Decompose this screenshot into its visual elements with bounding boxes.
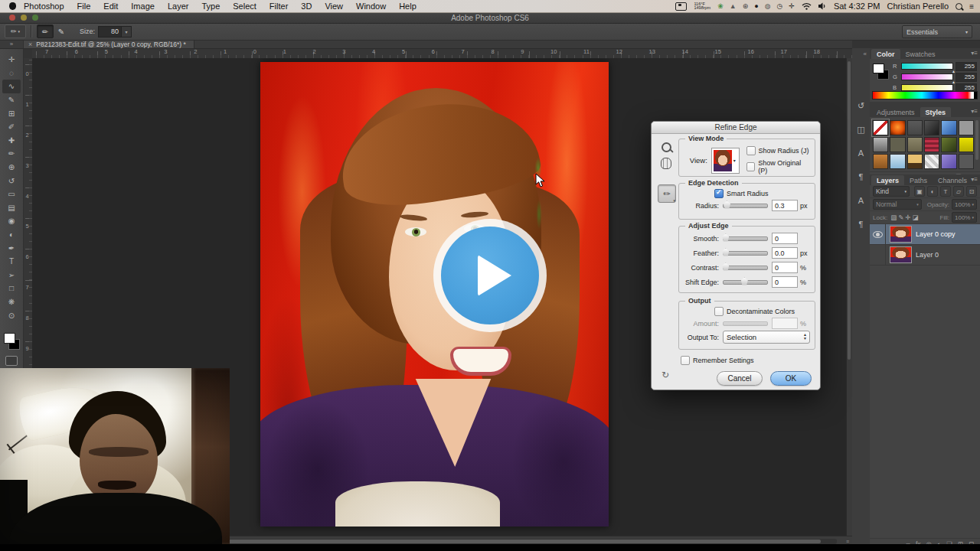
style-light-blue[interactable] [890,154,905,169]
clock-text[interactable]: Sat 4:32 PM [834,2,880,11]
panel-menu-icon[interactable]: ▾≡ [971,108,978,115]
brush-tool[interactable]: ✏ [2,147,21,161]
color-spectrum-ramp[interactable] [872,91,978,99]
dialog-title-bar[interactable]: Refine Edge [652,122,820,134]
menumeters-icon[interactable]: ❀ [717,3,724,10]
lock-pixels-icon[interactable]: ✎ [898,214,903,221]
hand-tool-icon[interactable] [661,158,671,169]
channel-slider[interactable]: ▴ [901,63,953,70]
record-dot-icon[interactable]: ● [754,3,758,10]
style-dark-gray[interactable] [959,154,974,169]
layer-visibility-toggle[interactable] [870,224,886,244]
style-none[interactable] [873,120,888,135]
layer-filter-kind-dropdown[interactable]: Kind ▾ [873,186,910,197]
menu-item[interactable]: File [77,2,91,11]
filter-pixel-icon[interactable]: ▣ [914,186,925,197]
zoom-tool[interactable]: ⊙ [2,308,21,322]
quick-mask-button[interactable] [5,356,18,366]
quick-selection-tool[interactable]: ✎ [2,93,21,107]
style-sunset[interactable] [907,154,923,169]
ok-button[interactable]: OK [770,371,812,386]
menu-item[interactable]: Window [356,2,386,11]
output-to-dropdown[interactable]: Selection ▲▼ [723,331,810,344]
panel-icon-history[interactable]: ↺ [858,102,864,110]
value-field[interactable]: 0 [772,233,798,244]
menu-item[interactable]: Select [233,2,256,11]
refine-radius-tool-button[interactable]: ✏ [658,184,676,203]
style-rounded-outline[interactable] [907,120,923,135]
layer-row[interactable]: Layer 0 copy [870,224,980,245]
cancel-button[interactable]: Cancel [717,371,763,386]
apple-menu-icon[interactable] [9,2,16,10]
value-field[interactable]: 0 [772,262,798,273]
istat-menus-readout[interactable]: 116°F 1498rpm [694,2,710,11]
notification-center-icon[interactable]: ≡ [969,2,974,11]
foreground-color-swatch[interactable] [873,64,884,73]
style-purple[interactable] [941,154,956,169]
panel-icon-properties[interactable]: ◫ [857,126,864,134]
menu-item[interactable]: Edit [103,2,118,11]
scrollbar-handle[interactable] [848,61,851,360]
style-dark-gradient[interactable] [924,120,939,135]
vertical-scrollbar[interactable] [846,58,852,536]
remember-settings-checkbox[interactable]: Remember Settings [681,356,754,365]
clock-icon[interactable]: ◷ [777,3,783,10]
layer-name[interactable]: Layer 0 [916,251,939,259]
user-menu[interactable]: Christian Perello [887,2,949,11]
style-gray[interactable] [959,120,974,135]
checkbox-box[interactable] [746,162,756,171]
history-brush-tool[interactable]: ↺ [2,174,21,187]
slider-track[interactable] [723,266,768,270]
panel-menu-icon[interactable]: ▾≡ [971,50,978,57]
lock-transparency-icon[interactable]: ▨ [890,214,897,221]
value-field[interactable]: 0.3 [772,200,798,211]
menu-item[interactable]: View [325,2,343,11]
shape-tool[interactable]: □ [2,282,21,295]
menu-item[interactable]: 3D [301,2,312,11]
lasso-tool[interactable]: ∿ [2,80,21,93]
current-tool-button[interactable]: ✏▾ [5,24,26,38]
brush-size-dropdown[interactable]: ▾ [122,26,132,37]
filter-adjustment-icon[interactable]: ◐ [927,186,938,197]
layer-name[interactable]: Layer 0 copy [916,230,956,238]
foreground-color-swatch[interactable] [4,333,15,344]
spotlight-icon[interactable] [956,3,962,10]
menu-item[interactable]: Image [131,2,155,11]
layer-row[interactable]: Layer 0 [870,245,980,266]
fill-value[interactable]: 100% ▾ [952,212,977,223]
tab-layers[interactable]: Layers [871,175,904,185]
style-blue-gradient[interactable] [941,120,956,135]
move-tool[interactable]: ✛ [2,53,21,67]
slider-thumb[interactable] [722,249,729,256]
channel-value[interactable]: 255 [956,73,977,82]
evernote-icon[interactable]: ⊛ [743,3,749,10]
slider-track[interactable] [723,251,768,256]
filter-type-icon[interactable]: T [940,186,951,197]
brush-size-value[interactable]: 80 [98,26,122,37]
style-white-pattern[interactable] [924,154,939,169]
blur-tool[interactable]: ◉ [2,214,21,228]
value-field[interactable]: 0.0 [772,247,798,259]
panel-menu-icon[interactable]: ▾≡ [971,176,978,183]
checkbox-box[interactable] [746,146,756,155]
zoom-tool-icon[interactable] [662,142,671,152]
eraser-tool[interactable]: ▭ [2,187,21,201]
lock-all-icon[interactable]: ◪ [912,214,918,221]
tab-adjustments[interactable]: Adjustments [871,107,920,117]
eyedropper-tool[interactable]: ✐ [2,120,21,134]
slider-thumb[interactable] [741,278,748,285]
filter-smart-object-icon[interactable]: ⊡ [966,186,977,197]
gradient-tool[interactable]: ▤ [2,201,21,215]
tab-styles[interactable]: Styles [920,107,952,117]
tab-swatches[interactable]: Swatches [900,49,941,59]
tab-color[interactable]: Color [871,49,900,59]
toolbar-collapse-chevron[interactable]: » [0,40,24,48]
type-tool[interactable]: T [2,255,21,269]
channel-value[interactable]: 255 [956,62,977,71]
path-selection-tool[interactable]: ➢ [2,269,21,282]
lock-position-icon[interactable]: ✛ [905,214,910,221]
healing-brush-tool[interactable]: ✚ [2,134,21,148]
hand-tool[interactable]: ❋ [2,295,21,309]
volume-icon[interactable] [818,2,827,10]
style-red-stripes[interactable] [924,137,939,152]
